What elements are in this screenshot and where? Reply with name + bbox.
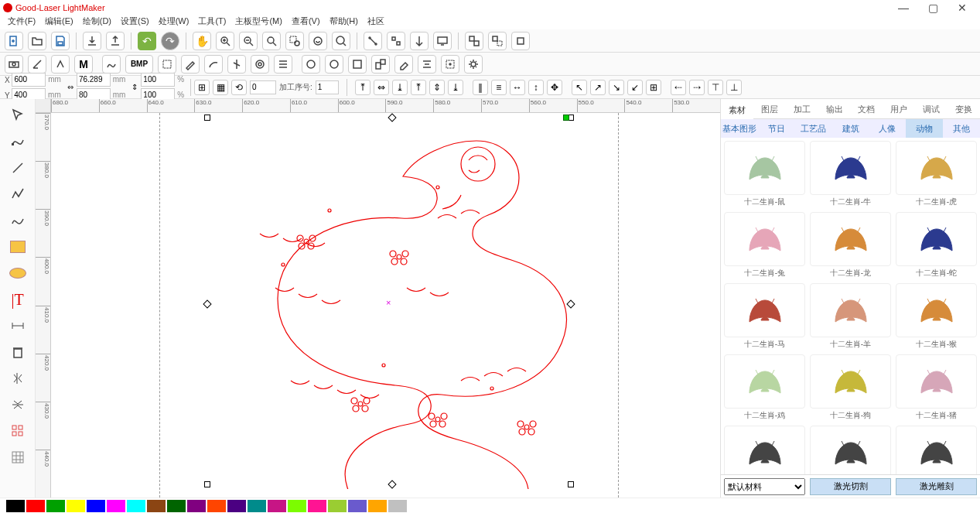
select-tool[interactable] [5,104,30,127]
menu-board[interactable]: 主板型号(M) [230,15,287,29]
list-button[interactable] [274,55,292,74]
menu-file[interactable]: 文件(F) [3,15,40,29]
gallery-item[interactable]: 十二生肖-牛 [810,141,891,207]
gallery[interactable]: 十二生肖-鼠十二生肖-牛十二生肖-虎十二生肖-兔十二生肖-龙十二生肖-蛇十二生肖… [721,138,980,474]
flip-h-button[interactable]: ⤎ [671,80,686,95]
cut-node-button[interactable] [227,55,246,74]
text-tool[interactable]: |T [5,288,30,311]
corner-tl-button[interactable]: ↖ [572,80,587,95]
bounds-button[interactable] [158,55,176,74]
gallery-item[interactable] [724,426,805,474]
color-swatch[interactable] [127,500,145,512]
space-v-button[interactable]: ↕ [528,80,544,95]
align-top-button[interactable]: ⤒ [411,80,426,95]
gear-button[interactable] [464,55,483,74]
tab-document[interactable]: 文档 [851,99,883,118]
align-bottom-button[interactable]: ⤓ [448,80,463,95]
tab-process[interactable]: 加工 [786,99,818,118]
gallery-item[interactable]: 十二生肖-猪 [896,354,977,421]
delete-tool[interactable] [5,340,30,364]
tab-user[interactable]: 用户 [883,99,915,118]
x-input[interactable] [12,73,46,87]
group-b-button[interactable] [488,32,507,50]
minimize-button[interactable]: — [889,0,918,15]
undo-button[interactable]: ↶ [138,32,156,50]
skew-tool-button[interactable] [51,55,70,74]
gallery-item[interactable]: 十二生肖-鸡 [724,354,805,421]
gallery-item[interactable]: 十二生肖-狗 [810,354,891,421]
line-tool[interactable] [5,156,30,180]
color-swatch[interactable] [308,500,326,512]
corner-br-button[interactable]: ↘ [609,80,624,95]
grid-tool[interactable] [5,446,30,469]
close-button[interactable]: ✕ [948,0,977,15]
color-swatch[interactable] [147,500,166,512]
grid-button[interactable]: ⊞ [646,80,661,95]
color-swatch[interactable] [107,500,125,512]
gallery-item[interactable]: 十二生肖-马 [724,283,805,350]
group-c-button[interactable] [511,32,530,50]
zoom-page-button[interactable] [332,32,350,50]
align-left-button[interactable]: ⤒ [355,80,370,95]
monitor-button[interactable] [433,32,452,50]
group-a-button[interactable] [465,32,483,50]
redo-button[interactable]: ↷ [161,32,179,50]
fill-circle-button[interactable] [302,55,320,74]
cam-button[interactable] [5,55,23,74]
menu-community[interactable]: 社区 [363,15,389,29]
cat-basic[interactable]: 基本图形 [721,119,758,138]
bmp-button[interactable]: BMP [125,55,153,74]
zoom-in-button[interactable] [216,32,234,50]
rotate-cw-button[interactable]: ⊤ [708,80,723,95]
color-swatch[interactable] [348,500,367,512]
corner-tr-button[interactable]: ↗ [590,80,606,95]
align-text-button[interactable] [418,55,436,74]
align-right-button[interactable]: ⤓ [392,80,408,95]
gallery-item[interactable]: 十二生肖-龙 [810,212,891,279]
canvas[interactable]: × [51,113,720,498]
width-input[interactable] [77,73,111,87]
color-swatch[interactable] [187,500,206,512]
zoom-fit-button[interactable] [262,32,281,50]
pan-button[interactable]: ✋ [193,32,211,50]
dimension-tool[interactable] [5,314,30,337]
gallery-item[interactable]: 十二生肖-蛇 [896,212,977,279]
laser-cut-button[interactable]: 激光切割 [810,478,891,495]
distribute-v-button[interactable]: ≡ [491,80,507,95]
gallery-item[interactable] [810,426,891,474]
save-file-button[interactable] [51,32,70,50]
color-swatch[interactable] [167,500,186,512]
tool-c-button[interactable] [410,32,429,50]
menu-edit[interactable]: 编辑(E) [40,15,78,29]
color-swatch[interactable] [368,500,387,512]
anchor-grid-button[interactable]: ⊞ [194,80,210,95]
ellipse-tool[interactable] [5,262,30,285]
color-swatch[interactable] [6,500,25,512]
pen-button[interactable] [181,55,200,74]
menu-tool[interactable]: 工具(T) [193,15,230,29]
color-swatch[interactable] [388,500,407,512]
rectangle-tool[interactable] [5,235,30,258]
cat-holiday[interactable]: 节日 [758,119,795,138]
space-h-button[interactable]: ↔ [510,80,525,95]
menu-process[interactable]: 处理(W) [154,15,194,29]
gallery-item[interactable]: 十二生肖-虎 [896,141,977,207]
curve-tool-button[interactable] [102,55,121,74]
gallery-item[interactable]: 十二生肖-猴 [896,283,977,350]
angle-tool-button[interactable] [28,55,46,74]
laser-engrave-button[interactable]: 激光雕刻 [896,478,977,495]
export-button[interactable] [106,32,125,50]
tab-layers[interactable]: 图层 [753,99,786,118]
distribute-h-button[interactable]: ‖ [473,80,488,95]
color-swatch[interactable] [227,500,246,512]
mirror-tool-button[interactable]: M [74,55,93,74]
rotate-button[interactable]: ⟲ [231,80,247,95]
menu-help[interactable]: 帮助(H) [325,15,363,29]
color-swatch[interactable] [328,500,347,512]
gallery-item[interactable]: 十二生肖-兔 [724,212,805,279]
cat-craft[interactable]: 工艺品 [795,119,832,138]
color-swatch[interactable] [248,500,266,512]
array-tool[interactable] [5,419,30,443]
cat-animal[interactable]: 动物 [906,119,943,138]
import-button[interactable] [83,32,101,50]
